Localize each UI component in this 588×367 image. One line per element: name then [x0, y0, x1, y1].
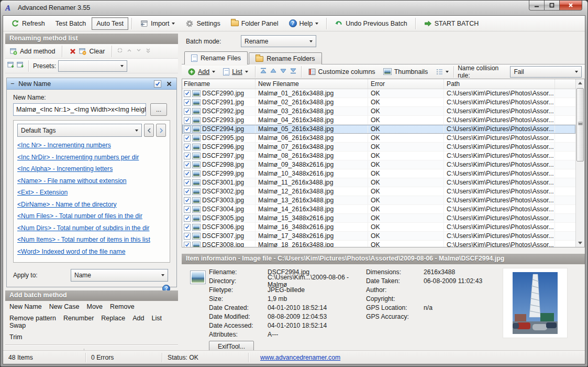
remove-method-icon[interactable]	[165, 80, 173, 88]
title-bar[interactable]: A Advanced Renamer 3.55	[1, 1, 587, 15]
method-enabled-checkbox[interactable]	[154, 80, 161, 88]
test-batch-button[interactable]: Test Batch	[51, 17, 91, 30]
start-batch-button[interactable]: START BATCH	[419, 17, 484, 30]
add-method-button[interactable]: Add method	[7, 47, 58, 56]
move-top-icon[interactable]	[259, 67, 268, 77]
list-button[interactable]: List	[220, 66, 251, 78]
table-row[interactable]: DSCF2993.jpg Malmø_04_2616x3488.jpg OK C…	[182, 116, 575, 125]
move-bottom-icon[interactable]	[289, 67, 297, 77]
row-checkbox[interactable]	[184, 99, 191, 106]
clear-methods-button[interactable]: Clear	[66, 47, 107, 56]
batch-method-link[interactable]: New Name	[9, 303, 42, 310]
table-row[interactable]: DSCF2995.jpg Malmø_06_2616x3488.jpg OK C…	[182, 134, 575, 143]
method-header[interactable]: − New Name	[7, 78, 176, 90]
import-button[interactable]: Import	[135, 17, 180, 30]
batch-method-link[interactable]: Swap	[9, 322, 26, 329]
row-checkbox[interactable]	[184, 153, 191, 159]
batch-method-link[interactable]: Remove	[110, 303, 135, 310]
save-preset-icon[interactable]	[7, 61, 15, 70]
tag-link[interactable]: <Word> Indexed word of the file name	[17, 248, 166, 255]
row-checkbox[interactable]	[184, 117, 191, 124]
row-checkbox[interactable]	[184, 90, 191, 97]
batch-method-link[interactable]: Remove pattern	[9, 315, 56, 322]
row-checkbox[interactable]	[184, 144, 191, 150]
row-checkbox[interactable]	[184, 242, 191, 247]
new-name-input[interactable]: Malmø_<Inc Nr:1>_<Img Width>x<Img Height…	[13, 103, 146, 116]
row-checkbox[interactable]	[184, 215, 191, 222]
batch-mode-dropdown[interactable]: Rename	[241, 35, 316, 47]
minimize-button[interactable]	[529, 1, 545, 10]
batch-method-link[interactable]: Renumber	[63, 315, 94, 322]
tag-link[interactable]: <Ext> - Extension	[17, 189, 166, 196]
table-row[interactable]: DSCF3008.jpg Malmø_18_2616x3488.jpg OK C…	[182, 241, 575, 247]
column-header-error[interactable]: Error	[368, 79, 444, 89]
presets-dropdown[interactable]	[58, 60, 127, 72]
table-row[interactable]: DSCF3002.jpg Malmø_12_2616x3488.jpg OK C…	[182, 187, 575, 196]
batch-method-link[interactable]: Trim	[9, 333, 23, 341]
scrollbar-thumb[interactable]	[576, 88, 584, 161]
table-row[interactable]: DSCF3001.jpg Malmø_11_2616x3488.jpg OK C…	[182, 178, 575, 187]
collapse-toggle[interactable]: −	[10, 80, 14, 88]
row-checkbox[interactable]	[184, 126, 191, 133]
table-row[interactable]: DSCF3005.jpg Malmø_15_3488x2616.jpg OK C…	[182, 214, 575, 223]
table-row[interactable]: DSCF2996.jpg Malmø_07_2616x3488.jpg OK C…	[182, 143, 575, 152]
tab-rename-folders[interactable]: Rename Folders	[249, 52, 321, 64]
table-row[interactable]: DSCF2992.jpg Malmø_03_2616x3488.jpg OK C…	[182, 107, 575, 116]
table-row[interactable]: DSCF2999.jpg Malmø_10_3488x2616.jpg OK C…	[182, 169, 575, 178]
auto-test-button[interactable]: Auto Test	[92, 17, 128, 30]
row-checkbox[interactable]	[184, 170, 191, 177]
help-button[interactable]: ? Help	[284, 17, 324, 30]
table-row[interactable]: DSCF3006.jpg Malmø_16_3488x2616.jpg OK C…	[182, 223, 575, 232]
close-button[interactable]	[559, 1, 582, 10]
table-row[interactable]: DSCF2990.jpg Malmø_01_2616x3488.jpg OK C…	[182, 89, 575, 98]
row-checkbox[interactable]	[184, 179, 191, 186]
table-row[interactable]: DSCF3007.jpg Malmø_17_3488x2616.jpg OK C…	[182, 232, 575, 241]
load-preset-icon[interactable]	[17, 61, 24, 70]
vertical-scrollbar[interactable]	[575, 79, 584, 247]
tag-link[interactable]: <Inc NrDir> - Incrementing numbers per d…	[17, 154, 166, 161]
scroll-up-arrow[interactable]	[576, 79, 584, 87]
row-checkbox[interactable]	[184, 108, 191, 115]
batch-method-link[interactable]: New Case	[49, 303, 80, 310]
maximize-button[interactable]	[544, 1, 560, 10]
tags-next-button[interactable]	[156, 124, 166, 137]
tag-link[interactable]: <Name> - File name without extension	[17, 177, 166, 185]
tag-link[interactable]: <Num Files> - Total number of files in t…	[17, 212, 166, 220]
batch-method-link[interactable]: Move	[87, 303, 103, 310]
customize-columns-button[interactable]: Customize columns	[305, 66, 379, 78]
row-checkbox[interactable]	[184, 233, 191, 240]
move-up-icon[interactable]	[269, 67, 278, 77]
tag-link[interactable]: <DirName> - Name of the directory	[17, 201, 166, 208]
batch-method-link[interactable]: Add	[132, 315, 144, 322]
row-checkbox[interactable]	[184, 161, 191, 168]
collision-rule-dropdown[interactable]: Fail	[510, 66, 582, 78]
row-checkbox[interactable]	[184, 206, 191, 213]
column-header-path[interactable]: Path	[444, 79, 555, 89]
table-row[interactable]: DSCF2997.jpg Malmø_08_2616x3488.jpg OK C…	[182, 152, 575, 160]
tab-rename-files[interactable]: Rename Files	[184, 51, 248, 64]
table-row[interactable]: DSCF3003.jpg Malmø_13_2616x3488.jpg OK C…	[182, 196, 575, 205]
column-header-filename[interactable]: Filename	[182, 79, 256, 89]
batch-method-link[interactable]: Replace	[101, 315, 125, 322]
row-checkbox[interactable]	[184, 135, 191, 142]
settings-button[interactable]: Settings	[181, 17, 225, 30]
view-mode-button[interactable]	[432, 66, 452, 78]
tag-category-dropdown[interactable]: Default Tags	[17, 124, 142, 137]
move-down-icon[interactable]	[279, 67, 287, 77]
tag-link[interactable]: <Inc Alpha> - Incrementing letters	[17, 165, 166, 172]
table-row[interactable]: DSCF2998.jpg Malmø_09_3488x2616.jpg OK C…	[182, 160, 575, 169]
table-row[interactable]: DSCF3004.jpg Malmø_14_2616x3488.jpg OK C…	[182, 205, 575, 214]
scroll-down-arrow[interactable]	[576, 239, 584, 247]
row-checkbox[interactable]	[184, 188, 191, 195]
thumbnails-button[interactable]: Thumbnails	[380, 66, 431, 78]
batch-method-link[interactable]: List	[151, 315, 161, 322]
table-row[interactable]: DSCF2994.jpg Malmø_05_2616x3488.jpg OK C…	[182, 125, 575, 134]
tag-link[interactable]: <Num Items> - Total number of items in t…	[17, 236, 166, 243]
apply-to-dropdown[interactable]: Name	[71, 269, 168, 282]
tags-prev-button[interactable]	[144, 124, 154, 137]
more-tags-button[interactable]: ...	[150, 103, 167, 116]
tag-link[interactable]: <Inc Nr> - Incrementing numbers	[17, 142, 166, 149]
undo-batch-button[interactable]: Undo Previous Batch	[330, 17, 412, 30]
refresh-button[interactable]: Refresh	[6, 17, 50, 30]
row-checkbox[interactable]	[184, 197, 191, 204]
